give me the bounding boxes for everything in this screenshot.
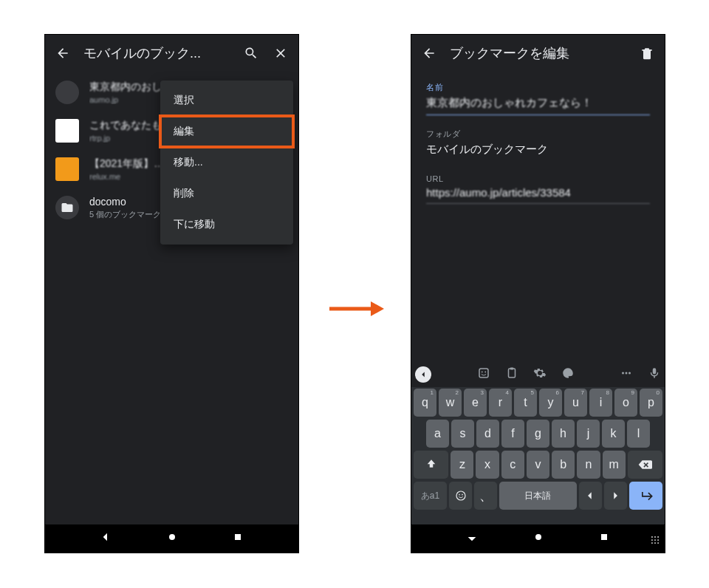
svg-point-20 — [651, 539, 653, 541]
key-enter[interactable] — [629, 482, 662, 510]
nav-keyboard-switch-icon[interactable] — [650, 535, 660, 545]
field-name-label: 名前 — [426, 82, 650, 93]
svg-point-5 — [481, 372, 482, 373]
field-name[interactable]: 名前 東京都内のおしゃれカフェなら！ — [426, 82, 650, 115]
key-comma[interactable]: 、 — [474, 482, 497, 510]
keyboard-row-1: q1w2e3r4t5y6u7i8o9p0 — [411, 387, 665, 418]
nav-recent-icon[interactable] — [598, 531, 610, 546]
svg-point-18 — [654, 536, 656, 538]
svg-point-10 — [626, 372, 628, 375]
appbar-actions-left — [236, 38, 295, 68]
back-button[interactable] — [414, 38, 444, 68]
screen-right: ブックマークを編集 名前 東京都内のおしゃれカフェなら！ フォルダ モバイルのブ… — [411, 35, 665, 524]
key-a[interactable]: a — [426, 420, 449, 448]
search-button[interactable] — [236, 38, 266, 68]
delete-button[interactable] — [632, 38, 662, 68]
key-l[interactable]: l — [627, 420, 650, 448]
key-q[interactable]: q1 — [414, 389, 436, 417]
key-j[interactable]: j — [577, 420, 600, 448]
key-x[interactable]: x — [476, 451, 499, 479]
nav-home-icon[interactable] — [532, 531, 544, 546]
key-k[interactable]: k — [602, 420, 625, 448]
kb-sticker-icon[interactable] — [477, 366, 490, 383]
key-shift[interactable] — [414, 451, 448, 479]
menu-item-move[interactable]: 移動... — [160, 147, 293, 178]
key-backspace[interactable] — [628, 451, 662, 479]
kb-collapse-icon[interactable] — [415, 366, 431, 383]
nav-back-icon[interactable] — [100, 531, 112, 546]
key-r[interactable]: r4 — [489, 389, 512, 417]
edit-form: 名前 東京都内のおしゃれカフェなら！ フォルダ モバイルのブックマーク URL … — [411, 72, 665, 204]
svg-point-14 — [462, 494, 463, 496]
svg-point-0 — [169, 534, 175, 540]
close-button[interactable] — [266, 38, 295, 68]
key-i[interactable]: i8 — [589, 389, 612, 417]
phone-right: ブックマークを編集 名前 東京都内のおしゃれカフェなら！ フォルダ モバイルのブ… — [411, 34, 665, 553]
key-y[interactable]: y6 — [539, 389, 562, 417]
key-t[interactable]: t5 — [514, 389, 537, 417]
key-mode-switch[interactable]: あa1 — [414, 482, 447, 510]
context-menu: 選択 編集 移動... 削除 下に移動 — [160, 81, 293, 245]
key-f[interactable]: f — [501, 420, 524, 448]
menu-item-edit[interactable]: 編集 — [160, 116, 293, 147]
key-v[interactable]: v — [527, 451, 549, 479]
favicon-icon — [55, 81, 79, 104]
soft-keyboard: q1w2e3r4t5y6u7i8o9p0 asdfghjkl zxcvbnm あ… — [411, 362, 665, 524]
field-folder-value[interactable]: モバイルのブックマーク — [426, 140, 650, 161]
key-space[interactable]: 日本語 — [499, 482, 576, 510]
bookmark-title: docomo — [89, 196, 161, 208]
key-c[interactable]: c — [501, 451, 524, 479]
menu-item-movedown[interactable]: 下に移動 — [160, 209, 293, 240]
appbar-title-left: モバイルのブック... — [78, 44, 236, 62]
svg-point-25 — [657, 542, 659, 544]
key-n[interactable]: n — [577, 451, 600, 479]
kb-more-icon[interactable] — [620, 366, 633, 383]
key-d[interactable]: d — [476, 420, 499, 448]
svg-rect-7 — [508, 369, 515, 377]
key-p[interactable]: p0 — [640, 389, 662, 417]
key-w[interactable]: w2 — [439, 389, 462, 417]
appbar-title-right: ブックマークを編集 — [444, 44, 632, 62]
field-url[interactable]: URL https://aumo.jp/articles/33584 — [426, 174, 650, 204]
key-e[interactable]: e3 — [464, 389, 487, 417]
android-navbar-left — [45, 524, 298, 553]
phone-left: モバイルのブック... 東京都内のおしゃれ… aumo.jp — [44, 34, 299, 553]
field-name-value[interactable]: 東京都内のおしゃれカフェなら！ — [426, 93, 650, 115]
android-navbar-right — [411, 524, 665, 553]
kb-settings-icon[interactable] — [533, 366, 547, 383]
transition-arrow-icon — [329, 301, 384, 316]
keyboard-row-2: asdfghjkl — [411, 418, 665, 449]
key-h[interactable]: h — [552, 420, 575, 448]
svg-point-12 — [456, 491, 465, 500]
bookmark-title: 【2021年版】… — [89, 157, 164, 171]
key-u[interactable]: u7 — [564, 389, 587, 417]
kb-clipboard-icon[interactable] — [505, 366, 518, 383]
svg-point-22 — [657, 539, 659, 541]
svg-rect-1 — [235, 534, 241, 540]
svg-point-15 — [535, 534, 541, 540]
favicon-icon — [55, 119, 79, 143]
kb-theme-icon[interactable] — [561, 366, 575, 383]
key-b[interactable]: b — [552, 451, 575, 479]
keyboard-row-3: zxcvbnm — [411, 449, 665, 480]
key-z[interactable]: z — [451, 451, 473, 479]
key-s[interactable]: s — [451, 420, 474, 448]
key-o[interactable]: o9 — [614, 389, 637, 417]
key-emoji[interactable] — [449, 482, 472, 510]
key-cursor-right[interactable] — [604, 482, 627, 510]
svg-point-13 — [459, 494, 460, 496]
field-url-value[interactable]: https://aumo.jp/articles/33584 — [426, 183, 650, 204]
menu-item-delete[interactable]: 削除 — [160, 178, 293, 209]
nav-home-icon[interactable] — [166, 531, 178, 546]
key-m[interactable]: m — [603, 451, 626, 479]
nav-back-icon[interactable] — [466, 531, 478, 546]
field-folder-label: フォルダ — [426, 129, 650, 140]
key-cursor-left[interactable] — [579, 482, 602, 510]
back-button[interactable] — [48, 38, 78, 68]
key-g[interactable]: g — [527, 420, 549, 448]
menu-item-select[interactable]: 選択 — [160, 85, 293, 116]
kb-mic-icon[interactable] — [648, 366, 661, 383]
field-folder[interactable]: フォルダ モバイルのブックマーク — [426, 129, 650, 161]
svg-point-24 — [654, 542, 656, 544]
nav-recent-icon[interactable] — [232, 531, 244, 546]
